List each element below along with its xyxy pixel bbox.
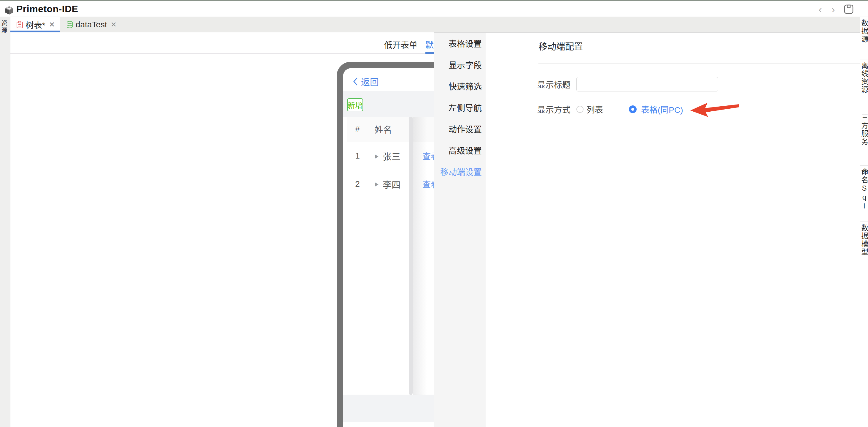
left-rail: 资源: [0, 17, 10, 427]
add-button[interactable]: 新增: [347, 98, 363, 111]
config-divider: [538, 63, 868, 63]
config-title: 移动端配置: [538, 39, 583, 52]
sidebar-item-offline-resources[interactable]: 离线资源: [860, 59, 868, 111]
row-name: 张三: [383, 149, 401, 163]
radio-list-unselected[interactable]: [577, 106, 584, 113]
sidebar-item-data-model[interactable]: 数据模型: [860, 222, 868, 270]
right-sidebar: 数据源 离线资源 三方服务 命名Sql 数据模型: [860, 17, 868, 427]
nav-forward-icon[interactable]: ›: [830, 5, 837, 13]
table-scrollbar[interactable]: [409, 117, 413, 395]
radio-table-selected[interactable]: [629, 106, 637, 113]
sidebar-item-datasource[interactable]: 数据源: [860, 17, 868, 59]
radio-table-label[interactable]: 表格(同PC): [641, 102, 683, 117]
view-tabs-divider: [10, 53, 434, 54]
sidebar-item-third-party-services[interactable]: 三方服务: [860, 111, 868, 166]
mobile-config-panel: 移动端配置 显示标题 显示方式 列表 表格(同PC): [486, 32, 860, 427]
app-window: Primeton-IDE ‹ › 树表* ✕: [0, 0, 868, 427]
annotation-arrow-icon: [686, 101, 740, 119]
display-title-label: 显示标题: [537, 77, 570, 91]
col-header-name: 姓名: [368, 117, 413, 142]
database-icon: [66, 21, 73, 29]
row-index: 2: [347, 170, 368, 198]
editor-tabbar: 树表* ✕ dataTest ✕: [10, 17, 860, 32]
settings-menu: 表格设置 显示字段 快速筛选 左侧导航 动作设置 高级设置 移动端设置: [434, 32, 486, 427]
tab-tree-table[interactable]: 树表* ✕: [10, 17, 60, 32]
display-title-input[interactable]: [577, 77, 718, 91]
tab-label: 树表*: [26, 19, 45, 31]
main-canvas: 低开表单 默 返回 新增 # 姓名: [10, 32, 434, 427]
radio-list-label[interactable]: 列表: [587, 102, 603, 117]
row-name: 李四: [383, 177, 401, 191]
menu-item-table-settings[interactable]: 表格设置: [434, 33, 486, 54]
menu-item-left-nav[interactable]: 左侧导航: [434, 97, 486, 118]
fixed-column-shadow: [413, 117, 427, 395]
settings-overlay: 表格设置 显示字段 快速筛选 左侧导航 动作设置 高级设置 移动端设置 移动端配…: [434, 32, 860, 427]
close-icon[interactable]: ✕: [49, 21, 56, 29]
chevron-left-icon: [353, 78, 358, 86]
sidebar-item-resources[interactable]: 资源: [2, 20, 8, 34]
tab-label: dataTest: [75, 20, 107, 29]
back-label: 返回: [361, 75, 379, 88]
view-tab-lowcode-form[interactable]: 低开表单: [384, 38, 417, 51]
sidebar-item-named-sql[interactable]: 命名Sql: [860, 166, 868, 222]
close-icon[interactable]: ✕: [110, 21, 117, 29]
expand-icon[interactable]: ▶: [375, 180, 378, 188]
back-link[interactable]: 返回: [353, 75, 379, 88]
nav-back-icon[interactable]: ‹: [816, 5, 824, 13]
col-header-index: #: [347, 117, 368, 142]
menu-item-quick-filter[interactable]: 快速筛选: [434, 76, 486, 97]
titlebar: Primeton-IDE ‹ ›: [0, 1, 868, 17]
menu-item-action-settings[interactable]: 动作设置: [434, 118, 486, 140]
expand-icon[interactable]: ▶: [375, 152, 378, 159]
menu-item-mobile-settings[interactable]: 移动端设置: [434, 161, 486, 182]
app-title: Primeton-IDE: [16, 1, 78, 17]
view-tab-default[interactable]: 默: [425, 38, 434, 51]
form-file-icon: [16, 21, 23, 29]
primeton-logo-icon: [4, 6, 14, 15]
menu-item-advanced-settings[interactable]: 高级设置: [434, 140, 486, 161]
menu-item-display-fields[interactable]: 显示字段: [434, 54, 486, 76]
tab-datatest[interactable]: dataTest ✕: [60, 17, 122, 32]
display-mode-label: 显示方式: [537, 102, 570, 117]
save-icon[interactable]: [844, 4, 854, 14]
active-view-tab-underline: [425, 52, 434, 54]
row-index: 1: [347, 142, 368, 170]
